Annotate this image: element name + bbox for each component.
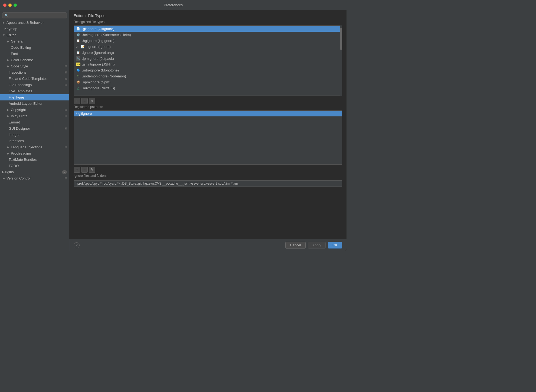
arrow-icon [6,115,10,118]
file-type-icon: 🔧 [76,56,80,61]
sidebar-item-label: Inlay Hints [11,114,27,118]
file-type-label: .hgignore (HgIgnore) [82,39,115,43]
copy-icon: ⊞ [64,108,67,112]
edit-pattern-button[interactable]: ✎ [89,167,95,173]
sidebar-item-intentions[interactable]: Intentions [0,138,69,144]
file-type-label: .mtn-ignore (Monotone) [82,68,119,72]
arrow-icon [2,21,5,24]
sidebar-item-label: Live Templates [9,89,32,93]
remove-pattern-button[interactable]: − [81,167,88,173]
file-type-label: .helmignore (Kubernetes Helm) [82,33,131,37]
bottom-bar: ? Cancel Apply OK [69,239,347,251]
list-item[interactable]: ⚙️ .helmignore (Kubernetes Helm) [74,32,342,38]
add-pattern-button[interactable]: + [74,167,80,173]
breadcrumb: Editor › File Types [69,10,347,20]
remove-file-type-button[interactable]: − [81,98,88,104]
arrow-icon [6,65,10,68]
sidebar-item-label: Plugins [2,170,14,174]
ignore-section: Ignore files and folders: hprof;*.pyc;*.… [74,174,342,187]
copy-icon: ⊞ [64,64,67,68]
list-item[interactable]: *.gitignore [74,111,342,116]
registered-toolbar: + − ✎ [74,166,342,174]
maximize-button[interactable] [14,4,17,7]
list-item[interactable]: JS .jshintignore (JSHint) [74,61,342,67]
sidebar-item-appearance[interactable]: Appearance & Behavior [0,19,69,26]
file-types-list[interactable]: 📄 .gitignore (GitIgnore) ⚙️ .helmignore … [74,25,342,96]
list-item[interactable]: ⬡ .nodemonignore (Nodemon) [74,73,342,79]
sidebar-item-file-encodings[interactable]: File Encodings ⊞ [0,82,69,88]
sidebar-item-label: Font [11,52,18,56]
sidebar-item-label: Inspections [9,70,27,74]
sidebar-item-label: Language Injections [11,145,42,149]
registered-patterns-list[interactable]: *.gitignore [74,110,342,165]
sidebar-item-live-templates[interactable]: Live Templates [0,88,69,94]
cancel-button[interactable]: Cancel [285,242,305,249]
sidebar-item-label: File and Code Templates [9,77,48,81]
copy-icon: ⊞ [64,145,67,149]
file-type-label: .gitignore (GitIgnore) [82,27,114,31]
minimize-button[interactable] [8,4,12,7]
list-item[interactable]: 📄 .gitignore (GitIgnore) [74,26,342,32]
search-box[interactable]: 🔍 [2,12,67,18]
ok-button[interactable]: OK [328,242,342,249]
sidebar-item-version-control[interactable]: Version Control ⊞ [0,175,69,181]
sidebar-content: Appearance & Behavior Keymap Editor Gene… [0,19,69,251]
sidebar-item-label: Editor [6,33,16,37]
sidebar-item-label: Copyright [11,108,26,112]
sidebar-item-label: Android Layout Editor [9,102,43,106]
sidebar-item-general[interactable]: General [0,38,69,44]
window-title: Preferences [164,3,183,7]
sidebar-item-label: Code Style [11,64,28,68]
titlebar: Preferences [0,0,347,10]
list-item[interactable]: 🔷 .mtn-ignore (Monotone) [74,67,342,73]
sidebar-item-keymap[interactable]: Keymap [0,26,69,32]
add-file-type-button[interactable]: + [74,98,80,104]
sidebar-item-gui-designer[interactable]: GUI Designer ⊞ [0,125,69,132]
file-type-icon: JS [76,63,80,66]
list-item[interactable]: 📋 .ignore (IgnoreLang) [74,50,342,55]
sidebar-item-font[interactable]: Font [0,51,69,57]
sidebar-item-proofreading[interactable]: Proofreading [0,150,69,156]
arrow-icon [6,58,10,62]
file-type-icon: ⬡ [76,74,80,78]
scrollbar-thumb[interactable] [340,28,342,50]
sidebar-item-copyright[interactable]: Copyright ⊞ [0,107,69,113]
sidebar-item-label: General [11,39,23,43]
copy-icon: ⊞ [64,114,67,118]
list-item[interactable]: 📦 .npmignore (Npm) [74,79,342,85]
sidebar-item-code-style[interactable]: Code Style ⊞ [0,63,69,69]
list-item[interactable]: △ .nuxtignore (Nuxt.JS) [74,85,342,91]
file-type-icon: ⚙️ [76,32,80,37]
ignore-input[interactable]: hprof;*.pyc;*.pyo;*.rbc;*.yarb;*~;.DS_St… [74,180,342,187]
list-item[interactable]: 🔧 .jpmignore (Jetpack) [74,55,342,61]
close-button[interactable] [3,4,6,7]
help-button[interactable]: ? [74,242,80,248]
sidebar-item-file-types[interactable]: File Types [0,94,69,100]
sidebar-item-label: Proofreading [11,151,31,155]
apply-button[interactable]: Apply [308,242,326,249]
sidebar: 🔍 Appearance & Behavior Keymap Editor Ge… [0,10,69,251]
list-item[interactable]: .i* 📝 .ignore (Ignore) [74,44,342,50]
sidebar-item-inspections[interactable]: Inspections ⊞ [0,69,69,76]
file-types-toolbar: + − ✎ [74,97,342,105]
sidebar-item-label: File Encodings [9,83,32,87]
sidebar-item-file-and-code-templates[interactable]: File and Code Templates ⊞ [0,76,69,82]
sidebar-item-textmate-bundles[interactable]: TextMate Bundles [0,156,69,163]
list-item[interactable]: 📋 .hgignore (HgIgnore) [74,38,342,44]
file-type-icon: 📦 [76,80,80,84]
sidebar-item-todo[interactable]: TODO [0,163,69,169]
sidebar-item-code-editing[interactable]: Code Editing [0,44,69,51]
sidebar-item-editor[interactable]: Editor [0,32,69,38]
sidebar-item-inlay-hints[interactable]: Inlay Hints ⊞ [0,113,69,119]
sidebar-item-android-layout-editor[interactable]: Android Layout Editor [0,100,69,107]
file-type-label: .jshintignore (JSHint) [82,62,115,66]
recognized-label: Recognized file types: [74,20,342,24]
sidebar-item-language-injections[interactable]: Language Injections ⊞ [0,144,69,150]
sidebar-item-plugins[interactable]: Plugins 2 [0,169,69,175]
search-input[interactable] [9,14,64,17]
scrollbar[interactable] [340,25,342,96]
sidebar-item-color-scheme[interactable]: Color Scheme [0,57,69,63]
edit-file-type-button[interactable]: ✎ [89,98,95,104]
sidebar-item-images[interactable]: Images [0,132,69,138]
sidebar-item-emmet[interactable]: Emmet [0,119,69,125]
